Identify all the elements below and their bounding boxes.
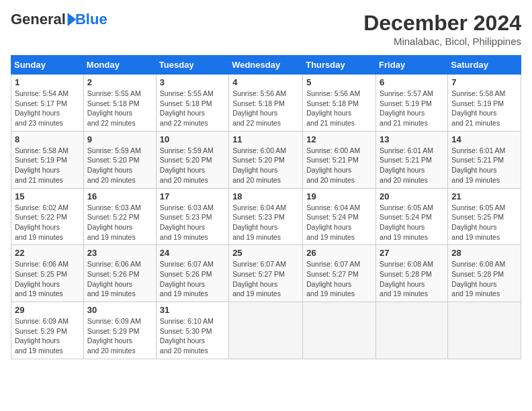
day-info: Sunrise: 5:55 AM Sunset: 5:18 PM Dayligh…	[160, 89, 225, 128]
day-number: 29	[15, 305, 80, 315]
day-number: 10	[160, 134, 225, 144]
day-info: Sunrise: 6:06 AM Sunset: 5:25 PM Dayligh…	[15, 259, 80, 299]
day-info: Sunrise: 6:01 AM Sunset: 5:21 PM Dayligh…	[451, 146, 517, 185]
weekday-header-cell: Saturday	[448, 56, 521, 75]
day-number: 21	[451, 191, 517, 201]
day-info: Sunrise: 5:54 AM Sunset: 5:17 PM Dayligh…	[15, 89, 80, 128]
calendar-week-row: 29 Sunrise: 6:09 AM Sunset: 5:29 PM Dayl…	[11, 302, 521, 359]
day-info: Sunrise: 5:55 AM Sunset: 5:18 PM Dayligh…	[87, 89, 152, 128]
day-info: Sunrise: 6:10 AM Sunset: 5:30 PM Dayligh…	[160, 316, 225, 356]
day-number: 11	[232, 134, 299, 144]
day-number: 28	[451, 248, 517, 258]
calendar-cell: 12 Sunrise: 6:00 AM Sunset: 5:21 PM Dayl…	[303, 131, 376, 188]
day-number: 23	[87, 248, 152, 258]
calendar-cell: 31 Sunrise: 6:10 AM Sunset: 5:30 PM Dayl…	[156, 302, 228, 359]
calendar-cell: 27 Sunrise: 6:08 AM Sunset: 5:28 PM Dayl…	[376, 245, 448, 302]
day-number: 9	[87, 134, 152, 144]
calendar-cell: 11 Sunrise: 6:00 AM Sunset: 5:20 PM Dayl…	[229, 131, 303, 188]
day-number: 22	[15, 248, 80, 258]
calendar-cell: 18 Sunrise: 6:04 AM Sunset: 5:23 PM Dayl…	[229, 188, 303, 245]
calendar-cell: 21 Sunrise: 6:05 AM Sunset: 5:25 PM Dayl…	[448, 188, 521, 245]
day-info: Sunrise: 5:58 AM Sunset: 5:19 PM Dayligh…	[15, 146, 80, 185]
calendar-cell: 9 Sunrise: 5:59 AM Sunset: 5:20 PM Dayli…	[83, 131, 156, 188]
day-number: 12	[306, 134, 372, 144]
calendar-cell: 30 Sunrise: 6:09 AM Sunset: 5:29 PM Dayl…	[83, 302, 156, 359]
calendar-cell: 13 Sunrise: 6:01 AM Sunset: 5:21 PM Dayl…	[376, 131, 448, 188]
day-info: Sunrise: 6:04 AM Sunset: 5:23 PM Dayligh…	[232, 203, 299, 242]
calendar-cell	[448, 302, 521, 359]
calendar-cell: 29 Sunrise: 6:09 AM Sunset: 5:29 PM Dayl…	[11, 302, 84, 359]
calendar-cell: 22 Sunrise: 6:06 AM Sunset: 5:25 PM Dayl…	[11, 245, 84, 302]
calendar-week-row: 8 Sunrise: 5:58 AM Sunset: 5:19 PM Dayli…	[11, 131, 521, 188]
calendar-cell: 16 Sunrise: 6:03 AM Sunset: 5:22 PM Dayl…	[83, 188, 156, 245]
calendar-cell: 23 Sunrise: 6:06 AM Sunset: 5:26 PM Dayl…	[83, 245, 156, 302]
calendar-cell	[303, 302, 376, 359]
calendar-cell: 2 Sunrise: 5:55 AM Sunset: 5:18 PM Dayli…	[83, 75, 156, 132]
day-info: Sunrise: 5:56 AM Sunset: 5:18 PM Dayligh…	[232, 89, 299, 128]
day-number: 8	[15, 134, 80, 144]
weekday-header-cell: Tuesday	[156, 56, 228, 75]
day-number: 19	[306, 191, 372, 201]
calendar-cell	[229, 302, 303, 359]
day-info: Sunrise: 6:08 AM Sunset: 5:28 PM Dayligh…	[380, 259, 444, 299]
weekday-header-cell: Thursday	[303, 56, 376, 75]
day-info: Sunrise: 6:09 AM Sunset: 5:29 PM Dayligh…	[87, 316, 152, 356]
calendar-cell: 15 Sunrise: 6:02 AM Sunset: 5:22 PM Dayl…	[11, 188, 84, 245]
location-title: Minalabac, Bicol, Philippines	[363, 36, 521, 47]
day-number: 4	[232, 77, 299, 87]
day-info: Sunrise: 6:09 AM Sunset: 5:29 PM Dayligh…	[15, 316, 80, 356]
calendar-week-row: 15 Sunrise: 6:02 AM Sunset: 5:22 PM Dayl…	[11, 188, 521, 245]
day-info: Sunrise: 5:56 AM Sunset: 5:18 PM Dayligh…	[306, 89, 372, 128]
calendar-body: 1 Sunrise: 5:54 AM Sunset: 5:17 PM Dayli…	[11, 75, 521, 359]
day-number: 26	[306, 248, 372, 258]
calendar-table: SundayMondayTuesdayWednesdayThursdayFrid…	[11, 55, 521, 359]
calendar-cell: 4 Sunrise: 5:56 AM Sunset: 5:18 PM Dayli…	[229, 75, 303, 132]
day-info: Sunrise: 5:59 AM Sunset: 5:20 PM Dayligh…	[87, 146, 152, 185]
day-number: 6	[380, 77, 444, 87]
calendar-week-row: 22 Sunrise: 6:06 AM Sunset: 5:25 PM Dayl…	[11, 245, 521, 302]
day-number: 1	[15, 77, 80, 87]
calendar-cell: 25 Sunrise: 6:07 AM Sunset: 5:27 PM Dayl…	[229, 245, 303, 302]
day-info: Sunrise: 6:01 AM Sunset: 5:21 PM Dayligh…	[380, 146, 444, 185]
day-info: Sunrise: 6:06 AM Sunset: 5:26 PM Dayligh…	[87, 259, 152, 299]
day-number: 15	[15, 191, 80, 201]
weekday-header-cell: Sunday	[11, 56, 84, 75]
day-info: Sunrise: 5:57 AM Sunset: 5:19 PM Dayligh…	[380, 89, 444, 128]
day-number: 2	[87, 77, 152, 87]
day-info: Sunrise: 5:58 AM Sunset: 5:19 PM Dayligh…	[451, 89, 517, 128]
header: General Blue December 2024 Minalabac, Bi…	[11, 11, 521, 47]
calendar-cell: 24 Sunrise: 6:07 AM Sunset: 5:26 PM Dayl…	[156, 245, 228, 302]
day-info: Sunrise: 6:05 AM Sunset: 5:24 PM Dayligh…	[380, 203, 444, 242]
logo-blue-text: Blue	[75, 11, 107, 28]
day-info: Sunrise: 6:04 AM Sunset: 5:24 PM Dayligh…	[306, 203, 372, 242]
calendar-cell: 7 Sunrise: 5:58 AM Sunset: 5:19 PM Dayli…	[448, 75, 521, 132]
calendar-week-row: 1 Sunrise: 5:54 AM Sunset: 5:17 PM Dayli…	[11, 75, 521, 132]
day-info: Sunrise: 6:00 AM Sunset: 5:20 PM Dayligh…	[232, 146, 299, 185]
title-area: December 2024 Minalabac, Bicol, Philippi…	[363, 11, 521, 47]
weekday-header-cell: Wednesday	[229, 56, 303, 75]
day-number: 31	[160, 305, 225, 315]
day-number: 27	[380, 248, 444, 258]
logo-general-text: General	[11, 11, 66, 28]
calendar-cell: 5 Sunrise: 5:56 AM Sunset: 5:18 PM Dayli…	[303, 75, 376, 132]
calendar-cell: 6 Sunrise: 5:57 AM Sunset: 5:19 PM Dayli…	[376, 75, 448, 132]
day-info: Sunrise: 6:05 AM Sunset: 5:25 PM Dayligh…	[451, 203, 517, 242]
day-info: Sunrise: 6:00 AM Sunset: 5:21 PM Dayligh…	[306, 146, 372, 185]
day-number: 5	[306, 77, 372, 87]
day-number: 17	[160, 191, 225, 201]
day-number: 20	[380, 191, 444, 201]
calendar-cell: 19 Sunrise: 6:04 AM Sunset: 5:24 PM Dayl…	[303, 188, 376, 245]
calendar-cell: 26 Sunrise: 6:07 AM Sunset: 5:27 PM Dayl…	[303, 245, 376, 302]
weekday-header-cell: Monday	[83, 56, 156, 75]
calendar-cell: 10 Sunrise: 5:59 AM Sunset: 5:20 PM Dayl…	[156, 131, 228, 188]
day-number: 25	[232, 248, 299, 258]
calendar-cell: 14 Sunrise: 6:01 AM Sunset: 5:21 PM Dayl…	[448, 131, 521, 188]
calendar-cell: 1 Sunrise: 5:54 AM Sunset: 5:17 PM Dayli…	[11, 75, 84, 132]
day-number: 14	[451, 134, 517, 144]
day-number: 7	[451, 77, 517, 87]
weekday-header-cell: Friday	[376, 56, 448, 75]
calendar-cell: 3 Sunrise: 5:55 AM Sunset: 5:18 PM Dayli…	[156, 75, 228, 132]
day-info: Sunrise: 6:07 AM Sunset: 5:27 PM Dayligh…	[306, 259, 372, 299]
day-number: 3	[160, 77, 225, 87]
day-info: Sunrise: 6:03 AM Sunset: 5:23 PM Dayligh…	[160, 203, 225, 242]
